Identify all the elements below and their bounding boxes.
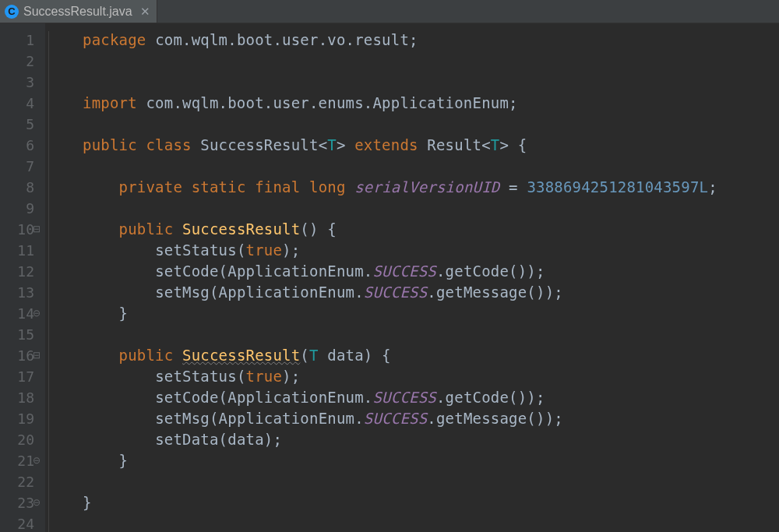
line-number: 14 — [0, 303, 34, 324]
code-line[interactable]: setCode(ApplicationEnum.SUCCESS.getCode(… — [83, 387, 779, 408]
code-line[interactable]: setStatus(true); — [83, 366, 779, 387]
line-number: 7 — [0, 156, 34, 177]
line-number: 10 — [0, 219, 34, 240]
line-number: 20 — [0, 429, 34, 450]
line-number: 6 — [0, 135, 34, 156]
tab-filename: SuccessResult.java — [23, 5, 132, 19]
code-line[interactable]: private static final long serialVersionU… — [83, 177, 779, 198]
java-class-icon: C — [5, 5, 19, 19]
code-line[interactable]: } — [83, 450, 779, 471]
fold-close-icon[interactable]: ⊖ — [31, 450, 42, 471]
line-number: 17 — [0, 366, 34, 387]
line-number: 13 — [0, 282, 34, 303]
line-number: 5 — [0, 114, 34, 135]
fold-close-icon[interactable]: ⊖ — [31, 492, 42, 513]
line-number: 2 — [0, 51, 34, 72]
file-tab[interactable]: C SuccessResult.java ✕ — [0, 0, 157, 23]
close-icon[interactable]: ✕ — [140, 5, 150, 19]
code-line[interactable] — [83, 51, 779, 72]
code-line[interactable]: public SuccessResult() { — [83, 219, 779, 240]
code-area[interactable]: package com.wqlm.boot.user.vo.result;imp… — [83, 23, 779, 532]
fold-close-icon[interactable]: ⊖ — [31, 303, 42, 324]
line-number: 8 — [0, 177, 34, 198]
line-number: 4 — [0, 93, 34, 114]
line-number: 3 — [0, 72, 34, 93]
code-line[interactable]: setData(data); — [83, 429, 779, 450]
tab-bar: C SuccessResult.java ✕ — [0, 0, 779, 23]
fold-open-icon[interactable]: ⊟ — [31, 219, 42, 240]
line-number: 12 — [0, 261, 34, 282]
fold-open-icon[interactable]: ⊟ — [31, 345, 42, 366]
code-editor[interactable]: 1 2 3 4 5 6 7 8 9 10 11 12 13 14 15 16 1… — [0, 23, 779, 532]
line-number: 24 — [0, 513, 34, 532]
line-number: 19 — [0, 408, 34, 429]
code-line[interactable]: setMsg(ApplicationEnum.SUCCESS.getMessag… — [83, 408, 779, 429]
code-line[interactable]: public SuccessResult(T data) { — [83, 345, 779, 366]
fold-gutter: ⊟ ⊖ ⊟ ⊖ ⊖ — [45, 23, 83, 532]
code-line[interactable] — [83, 114, 779, 135]
code-line[interactable]: } — [83, 303, 779, 324]
code-line[interactable]: } — [83, 492, 779, 513]
code-line[interactable] — [83, 471, 779, 492]
code-line[interactable]: setMsg(ApplicationEnum.SUCCESS.getMessag… — [83, 282, 779, 303]
code-line[interactable] — [83, 72, 779, 93]
line-number: 18 — [0, 387, 34, 408]
line-number: 16 — [0, 345, 34, 366]
code-line[interactable] — [83, 198, 779, 219]
line-number: 11 — [0, 240, 34, 261]
line-number: 1 — [0, 30, 34, 51]
code-line[interactable] — [83, 513, 779, 532]
code-line[interactable]: import com.wqlm.boot.user.enums.Applicat… — [83, 93, 779, 114]
code-line[interactable]: setStatus(true); — [83, 240, 779, 261]
line-number: 21 — [0, 450, 34, 471]
code-line[interactable] — [83, 324, 779, 345]
code-line[interactable]: public class SuccessResult<T> extends Re… — [83, 135, 779, 156]
code-line[interactable]: package com.wqlm.boot.user.vo.result; — [83, 30, 779, 51]
line-number: 23 — [0, 492, 34, 513]
line-number: 22 — [0, 471, 34, 492]
line-number: 15 — [0, 324, 34, 345]
line-number: 9 — [0, 198, 34, 219]
code-line[interactable] — [83, 156, 779, 177]
code-line[interactable]: setCode(ApplicationEnum.SUCCESS.getCode(… — [83, 261, 779, 282]
